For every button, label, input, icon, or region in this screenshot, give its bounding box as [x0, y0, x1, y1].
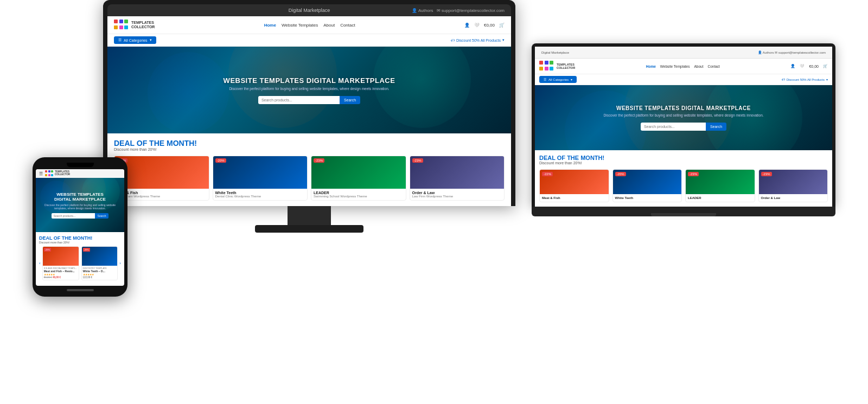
phone-search-form: Search	[52, 213, 109, 219]
monitor-screen: TEMPLATES COLLECTOR Home Website Templat…	[107, 16, 511, 206]
site-header-icons: 👤 🤍 €0,00 🛒	[464, 23, 505, 28]
laptop: Digital Marketplace 👤 Authors ✉ support@…	[532, 43, 835, 216]
site-nav: Home Website Templates About Contact	[264, 23, 355, 28]
phone-search-input[interactable]	[52, 213, 95, 219]
logo-sq2	[119, 20, 123, 23]
nav-contact[interactable]: Contact	[340, 23, 355, 28]
phone: ☰ TEMPLATES COLLECTOR	[33, 157, 127, 297]
deal-section: DEAL OF THE MONTH! Discount more than 20…	[107, 133, 511, 206]
laptop-product-1[interactable]: -22% Meat & Fish	[539, 169, 609, 202]
logo-text: TEMPLATES COLLECTOR	[131, 21, 155, 29]
laptop-product-3[interactable]: -23% LEADER	[685, 169, 755, 202]
laptop-nav-templates[interactable]: Website Templates	[660, 65, 690, 68]
product-card-2[interactable]: -20% White Teeth Dental Clinic Wordpress…	[213, 156, 308, 201]
product-card-4[interactable]: -23% Order & Law Law Firm Wordpress Them…	[410, 156, 505, 201]
hero-search-form: Search	[258, 96, 360, 104]
phone-hero: WEBSITE TEMPLATESDIGITAL MARKETPLACE Dis…	[36, 178, 124, 232]
laptop-search-input[interactable]	[641, 123, 706, 131]
product-badge-4: -23%	[412, 158, 423, 163]
laptop-hero: WEBSITE TEMPLATES DIGITAL MARKETPLACE Di…	[535, 85, 832, 150]
product-info-3: LEADER Swimming School Wordpress Theme	[311, 189, 406, 200]
laptop-deal-subtitle: Discount more than 20%!	[539, 161, 828, 165]
logo-sq3	[124, 20, 128, 23]
nav-about[interactable]: About	[323, 23, 335, 28]
deal-subtitle: Discount more than 20%!	[114, 148, 505, 151]
hero-subtitle: Discover the perfect platform for buying…	[229, 87, 389, 91]
phone-prev-arrow[interactable]: ‹	[39, 261, 41, 266]
laptop-nav-home[interactable]: Home	[646, 65, 656, 68]
monitor-frame: Digital Marketplace 👤 Authors ✉ support@…	[103, 0, 515, 206]
site-hero: WEBSITE TEMPLATES DIGITAL MARKETPLACE Di…	[107, 47, 511, 133]
nav-website-templates[interactable]: Website Templates	[282, 23, 318, 28]
laptop-product-4[interactable]: -23% Order & Law	[758, 169, 828, 202]
product-img-3	[311, 156, 406, 189]
phone-scroll-nav: ‹ -22% ICE AND RESTAURANT TEMPL... Meat …	[39, 246, 121, 280]
monitor-neck	[288, 206, 331, 225]
laptop-screen: Digital Marketplace 👤 Authors ✉ support@…	[535, 47, 832, 207]
monitor-base	[255, 225, 363, 233]
authors-icon: 👤 Authors	[412, 8, 433, 13]
hero-search-input[interactable]	[258, 96, 340, 104]
phone-next-arrow[interactable]: ›	[119, 261, 121, 266]
phone-nav-bar: ☰ TEMPLATES COLLECTOR	[36, 169, 124, 178]
product-img-2	[213, 156, 308, 189]
site-logo: TEMPLATES COLLECTOR	[114, 20, 155, 30]
laptop-hero-subtitle: Discover the perfect platform for buying…	[603, 113, 763, 117]
phone-badge-2: -20%	[83, 248, 90, 252]
laptop-lid: Digital Marketplace 👤 Authors ✉ support@…	[532, 43, 835, 207]
product-info-4: Order & Law Law Firm Wordpress Theme	[410, 189, 505, 200]
hero-search-button[interactable]: Search	[340, 96, 360, 104]
phone-logo: TEMPLATES COLLECTOR	[45, 170, 70, 177]
phone-notch	[67, 163, 94, 167]
deal-title: DEAL OF THE MONTH!	[114, 139, 505, 148]
laptop-cart-icon[interactable]: 🛒	[823, 64, 828, 68]
wishlist-icon[interactable]: 🤍	[474, 23, 480, 28]
logo-sq1	[114, 20, 118, 23]
cart-icon[interactable]: 🛒	[499, 23, 505, 28]
laptop-nav-about[interactable]: About	[694, 65, 703, 68]
product-info-2: White Teeth Dental Clinic Wordpress Them…	[213, 189, 308, 200]
phone-frame: ☰ TEMPLATES COLLECTOR	[33, 157, 127, 297]
user-icon[interactable]: 👤	[464, 23, 470, 28]
laptop-nav: Home Website Templates About Contact	[646, 65, 720, 68]
laptop-logo-icon	[539, 61, 554, 72]
phone-hero-title: WEBSITE TEMPLATESDIGITAL MARKETPLACE	[54, 192, 106, 202]
phone-deal-sub: Discount more than 20%!	[39, 241, 121, 244]
discount-link[interactable]: 🏷 Discount 50% All Products ▾	[451, 38, 505, 42]
laptop-search-form: Search	[641, 123, 726, 131]
phone-product-list: -22% ICE AND RESTAURANT TEMPL... Meat an…	[42, 246, 118, 280]
laptop-user-icon[interactable]: 👤	[790, 64, 795, 68]
laptop-search-button[interactable]: Search	[706, 123, 726, 131]
phone-home-bar	[67, 289, 94, 291]
laptop-nav-contact[interactable]: Contact	[707, 65, 719, 68]
laptop-logo: TEMPLATES COLLECTOR	[539, 61, 575, 72]
phone-hero-sub: Discover the perfect platform for buying…	[41, 203, 119, 210]
logo-sq5	[119, 25, 123, 29]
product-img-1	[114, 156, 209, 189]
laptop-base	[532, 207, 835, 216]
laptop-hero-bg	[535, 85, 832, 150]
laptop-header-icons: 👤 🤍 €0,00 🛒	[790, 64, 828, 68]
product-badge-2: -20%	[215, 158, 226, 163]
nav-home[interactable]: Home	[264, 23, 276, 28]
monitor-topbar: Digital Marketplace 👤 Authors ✉ support@…	[107, 4, 511, 16]
laptop-discount-link[interactable]: 🏷 Discount 50% All Products ▾	[782, 78, 828, 81]
product-card-1[interactable]: -22% Meat & Fish Restaurant Wordpress Th…	[114, 156, 209, 201]
laptop-hero-title: WEBSITE TEMPLATES DIGITAL MARKETPLACE	[616, 105, 751, 111]
product-card-3[interactable]: -23% LEADER Swimming School Wordpress Th…	[311, 156, 406, 201]
laptop-deal-title: DEAL OF THE MONTH!	[539, 155, 828, 161]
phone-badge-1: -22%	[44, 248, 51, 252]
laptop-product-grid: -22% Meat & Fish -20% White Teeth	[539, 169, 828, 202]
laptop-categories-button[interactable]: ☰ All Categories ▾	[539, 76, 577, 83]
phone-content: DEAL OF THE MONTH! Discount more than 20…	[36, 232, 124, 286]
categories-button[interactable]: ☰ All Categories ▾	[114, 36, 156, 44]
laptop-wishlist-icon[interactable]: 🤍	[800, 64, 805, 68]
product-info-1: Meat & Fish Restaurant Wordpress Theme	[114, 189, 209, 200]
hero-title: WEBSITE TEMPLATES DIGITAL MARKETPLACE	[224, 76, 395, 85]
phone-product-1[interactable]: -22% ICE AND RESTAURANT TEMPL... Meat an…	[42, 246, 79, 280]
phone-product-2[interactable]: -20% DENTISTRY TEMPLATE White Teeth – D.…	[81, 246, 118, 280]
phone-search-button[interactable]: Search	[95, 213, 109, 219]
product-badge-3: -23%	[314, 158, 324, 163]
phone-hamburger[interactable]: ☰	[39, 171, 43, 176]
laptop-product-2[interactable]: -20% White Teeth	[612, 169, 682, 202]
